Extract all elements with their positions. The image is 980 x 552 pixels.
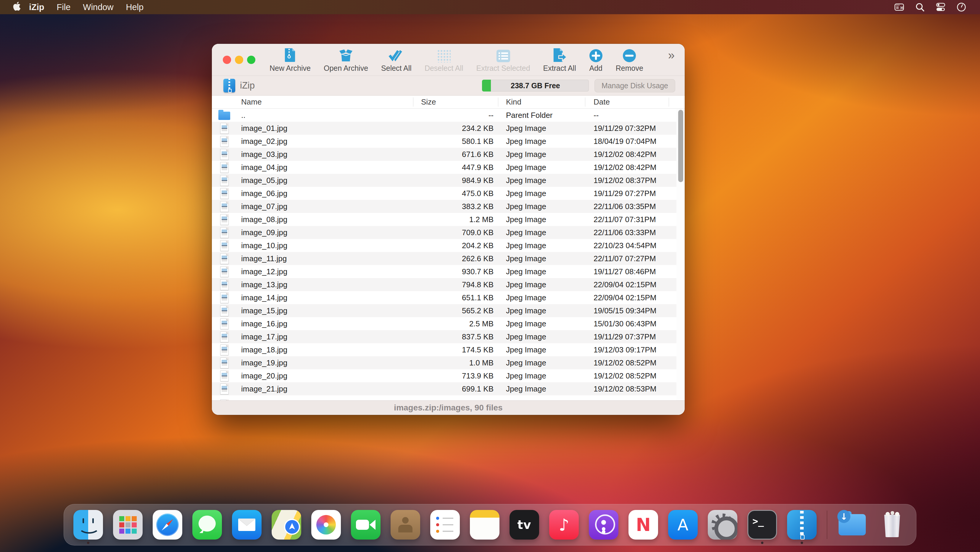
file-row[interactable]: image_20.jpg713.9 KBJpeg Image19/12/02 0… — [212, 369, 676, 382]
file-row[interactable]: image_21.jpg699.1 KBJpeg Image19/12/02 0… — [212, 382, 676, 395]
close-window-button[interactable] — [223, 56, 231, 64]
jpeg-icon-cell — [212, 188, 237, 199]
dock-appstore[interactable]: A — [668, 510, 698, 539]
toolbar-overflow-button[interactable]: » — [668, 49, 675, 61]
podcasts-icon — [589, 510, 619, 539]
scrollbar-track[interactable] — [676, 108, 685, 400]
zoom-window-button[interactable] — [247, 56, 255, 64]
file-date: 19/12/02 08:53PM — [585, 384, 676, 394]
file-kind: Jpeg Image — [498, 254, 585, 263]
file-row[interactable]: image_17.jpg837.5 KBJpeg Image19/11/29 0… — [212, 330, 676, 343]
column-header-kind[interactable]: Kind — [498, 97, 585, 107]
folder-icon-cell — [212, 110, 237, 120]
dock-news[interactable]: N — [628, 510, 658, 539]
file-row[interactable]: image_07.jpg383.2 KBJpeg Image22/11/06 0… — [212, 200, 676, 213]
file-row[interactable]: image_01.jpg234.2 KBJpeg Image19/11/29 0… — [212, 122, 676, 135]
file-row[interactable]: image_04.jpg447.9 KBJpeg Image19/12/02 0… — [212, 161, 676, 174]
file-size: 383.2 KB — [413, 202, 498, 211]
file-row[interactable]: image_14.jpg651.1 KBJpeg Image22/09/04 0… — [212, 291, 676, 304]
file-size: 475.0 KB — [413, 189, 498, 198]
file-row[interactable]: image_12.jpg930.7 KBJpeg Image19/11/27 0… — [212, 265, 676, 278]
scrollbar-thumb[interactable] — [678, 110, 683, 182]
file-row[interactable]: image_13.jpg794.8 KBJpeg Image22/09/04 0… — [212, 278, 676, 291]
file-row[interactable]: image_08.jpg1.2 MBJpeg Image22/11/07 07:… — [212, 213, 676, 226]
manage-disk-usage-button[interactable]: Manage Disk Usage — [595, 79, 675, 93]
file-size: 709.0 KB — [413, 228, 498, 237]
menu-app-name[interactable]: iZip — [29, 2, 45, 12]
file-size: 580.1 KB — [413, 137, 498, 146]
file-row[interactable]: image_15.jpg565.2 KBJpeg Image19/05/15 0… — [212, 304, 676, 317]
file-kind: Jpeg Image — [498, 280, 585, 289]
remove-button[interactable]: Remove — [616, 47, 643, 73]
file-row[interactable]: ..--Parent Folder-- — [212, 108, 676, 122]
menu-item-window[interactable]: Window — [83, 2, 113, 12]
file-name: image_15.jpg — [237, 306, 413, 315]
apple-menu[interactable] — [13, 2, 21, 12]
file-name: image_20.jpg — [237, 371, 413, 381]
minimize-window-button[interactable] — [235, 56, 243, 64]
dock-reminders[interactable] — [430, 510, 460, 539]
file-row[interactable]: image_19.jpg1.0 MBJpeg Image19/12/02 08:… — [212, 356, 676, 369]
file-name: image_04.jpg — [237, 163, 413, 172]
file-name: image_13.jpg — [237, 280, 413, 289]
control-center-icon[interactable] — [935, 2, 946, 12]
file-row[interactable]: image_05.jpg984.9 KBJpeg Image19/12/02 0… — [212, 174, 676, 187]
dock-mail[interactable] — [232, 510, 262, 539]
file-date: 15/01/30 06:43PM — [585, 319, 676, 329]
open-archive-label: Open Archive — [324, 64, 368, 73]
extract-all-button[interactable]: Extract All — [543, 47, 576, 73]
dock-settings[interactable] — [708, 510, 737, 539]
new-archive-button[interactable]: New Archive — [270, 47, 311, 73]
dock-messages[interactable] — [192, 510, 222, 539]
dock-terminal[interactable]: >_ — [748, 510, 777, 539]
dock-music[interactable]: ♪ — [549, 510, 579, 539]
file-date: 22/09/04 02:15PM — [585, 280, 676, 289]
file-date: 18/04/19 07:04PM — [585, 137, 676, 146]
column-header-date[interactable]: Date — [585, 97, 676, 107]
file-size: 447.9 KB — [413, 163, 498, 172]
file-kind: Jpeg Image — [498, 345, 585, 354]
spotlight-search-icon[interactable] — [915, 2, 925, 12]
clock-icon[interactable] — [956, 2, 966, 12]
shortcuts-window-icon[interactable]: ⌘ — [894, 2, 904, 12]
dock-maps[interactable] — [272, 510, 301, 539]
open-archive-button[interactable]: Open Archive — [324, 47, 368, 73]
file-row[interactable]: image_06.jpg475.0 KBJpeg Image19/11/29 0… — [212, 187, 676, 200]
trash-icon — [877, 510, 907, 539]
photos-icon — [311, 510, 341, 539]
disk-usage-fill — [482, 80, 491, 91]
file-row[interactable]: image_02.jpg580.1 KBJpeg Image18/04/19 0… — [212, 135, 676, 148]
menu-item-help[interactable]: Help — [126, 2, 143, 12]
dock-facetime[interactable] — [351, 510, 380, 539]
dock-photos[interactable] — [311, 510, 341, 539]
dock-tv[interactable]: tv — [509, 510, 539, 539]
dock-safari[interactable] — [153, 510, 182, 539]
file-size: 713.9 KB — [413, 371, 498, 381]
file-row[interactable]: image_10.jpg204.2 KBJpeg Image22/10/23 0… — [212, 239, 676, 252]
add-button[interactable]: Add — [589, 47, 603, 73]
dock-izip[interactable] — [787, 510, 817, 539]
column-header-size[interactable]: Size — [413, 97, 498, 107]
file-list: ..--Parent Folder--image_01.jpg234.2 KBJ… — [212, 108, 685, 400]
select-all-button[interactable]: Select All — [381, 47, 412, 73]
tv-glyph: tv — [509, 510, 539, 539]
file-row[interactable]: image_16.jpg2.5 MBJpeg Image15/01/30 06:… — [212, 317, 676, 330]
dock-podcasts[interactable] — [589, 510, 619, 539]
dock-finder[interactable] — [73, 510, 103, 539]
file-size: 930.7 KB — [413, 267, 498, 276]
menu-bar: iZip FileWindowHelp ⌘ — [0, 0, 980, 14]
file-row[interactable]: image_03.jpg671.6 KBJpeg Image19/12/02 0… — [212, 148, 676, 161]
dock-downloads[interactable]: ↓ — [837, 510, 867, 539]
menu-item-file[interactable]: File — [57, 2, 71, 12]
dock-contacts[interactable] — [391, 510, 420, 539]
file-size: 671.6 KB — [413, 150, 498, 159]
file-row[interactable]: image_18.jpg174.5 KBJpeg Image19/12/03 0… — [212, 343, 676, 356]
file-date: 19/11/27 08:46PM — [585, 267, 676, 276]
dock-trash[interactable] — [877, 510, 907, 539]
file-row[interactable]: image_09.jpg709.0 KBJpeg Image22/11/06 0… — [212, 226, 676, 239]
column-header-name[interactable]: Name — [237, 97, 413, 107]
dock-notes[interactable] — [470, 510, 500, 539]
new-archive-label: New Archive — [270, 64, 311, 73]
file-row[interactable]: image_11.jpg262.6 KBJpeg Image22/11/07 0… — [212, 252, 676, 265]
dock-launchpad[interactable] — [113, 510, 143, 539]
